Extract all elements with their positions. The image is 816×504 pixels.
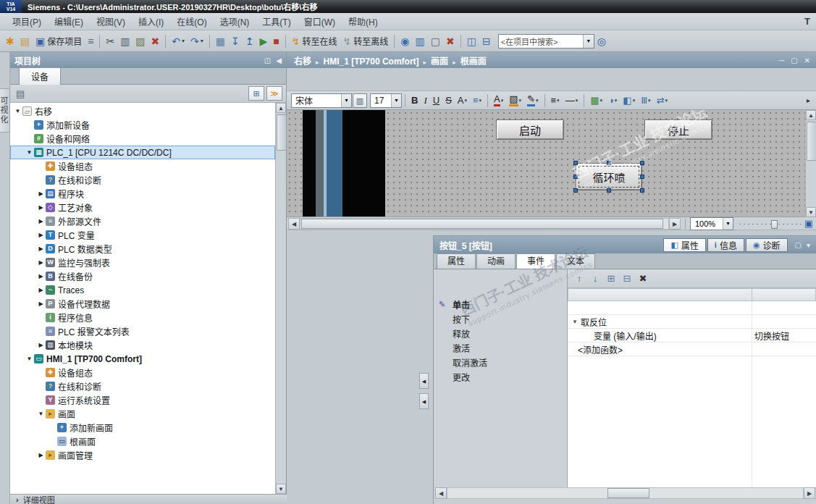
selection-handle[interactable] xyxy=(607,188,611,193)
menu-item-1[interactable]: 编辑(E) xyxy=(48,15,90,30)
scroll-down-button[interactable]: ▼ xyxy=(806,207,816,217)
tree-expander-icon[interactable]: ▶ xyxy=(36,204,46,211)
project-tree-scrollbar[interactable]: ▲ ▼ xyxy=(275,103,286,494)
tree-expander-icon[interactable]: ▶ xyxy=(36,245,46,252)
function-row[interactable]: ▼ 取反位 xyxy=(568,315,816,329)
scroll-left-button[interactable]: ◀ xyxy=(288,218,300,230)
tree-item-plc-alarm-text-lists[interactable]: ≡PLC 报警文本列表 xyxy=(10,324,275,338)
tree-item-plc-online-diagnostics[interactable]: ?在线和诊断 xyxy=(10,173,275,187)
subtab-texts[interactable]: 文本 xyxy=(556,253,595,269)
menu-item-5[interactable]: 选项(N) xyxy=(214,15,256,30)
download-to-device-icon[interactable]: ↧ xyxy=(229,33,242,49)
event-item-change[interactable]: 更改 xyxy=(434,369,567,384)
tree-item-root-screen[interactable]: ▭根画面 xyxy=(10,434,275,448)
param-value[interactable]: 切换按钮 xyxy=(754,329,789,342)
align-icon[interactable]: ≡▾ xyxy=(471,93,484,109)
tree-item-watch-and-force-tables[interactable]: ▶W监控与强制表 xyxy=(10,256,275,269)
move-down-icon[interactable]: ↓ xyxy=(588,272,602,286)
tree-expander-icon[interactable]: ▼ xyxy=(13,108,22,114)
splitter-collapse-button[interactable]: ◀ xyxy=(419,373,429,389)
restore-window-icon[interactable]: ▢ xyxy=(791,56,797,64)
breadcrumb-item-2[interactable]: 画面 xyxy=(429,56,450,67)
delete-function-icon[interactable]: ✖ xyxy=(636,272,650,286)
selection-handle[interactable] xyxy=(640,188,644,193)
font-color-icon[interactable]: A▾ xyxy=(492,93,505,109)
horizontal-scrollbar-track[interactable] xyxy=(300,218,669,230)
scroll-up-button[interactable]: ▲ xyxy=(806,110,816,120)
tree-item-hmi-device-configuration[interactable]: ✚设备组态 xyxy=(10,366,275,379)
search-dropdown-icon[interactable]: ▾ xyxy=(583,35,594,48)
go-online-button[interactable]: ↯转至在线 xyxy=(290,33,340,49)
tree-item-plc-tags[interactable]: ▶TPLC 变量 xyxy=(10,228,275,242)
font-list-icon[interactable]: ▥ xyxy=(353,93,367,108)
border-color-icon[interactable]: ✎▾ xyxy=(525,93,540,109)
screen-canvas[interactable]: 西门子·工业 技术论坛 support.industry.siemens.com… xyxy=(287,110,805,217)
tree-item-program-info[interactable]: i程序信息 xyxy=(10,311,275,324)
tree-item-plc-1[interactable]: ▼▦PLC_1 [CPU 1214C DC/DC/DC] xyxy=(10,146,275,159)
menu-item-3[interactable]: 插入(I) xyxy=(132,15,170,30)
chevron-down-icon[interactable]: ▾ xyxy=(391,94,401,107)
save-project-button[interactable]: ▣保存项目 xyxy=(33,33,84,49)
tab-info[interactable]: i信息 xyxy=(707,238,744,252)
start-cpu-icon[interactable]: ▶ xyxy=(258,33,270,49)
go-offline-button[interactable]: ↯转至离线 xyxy=(341,33,391,49)
tree-item-device-proxy-data[interactable]: ▶P设备代理数据 xyxy=(10,297,275,311)
scroll-left-button[interactable]: ◀ xyxy=(435,487,447,499)
expand-table-icon[interactable]: ⊞ xyxy=(604,272,618,286)
tree-item-add-new-screen[interactable]: +添加新画面 xyxy=(10,421,275,434)
tree-item-screens[interactable]: ▼▸画面 xyxy=(10,407,275,421)
tree-expander-icon[interactable]: ▶ xyxy=(36,452,46,458)
subtab-properties[interactable]: 属性 xyxy=(437,253,476,269)
collapse-table-icon[interactable]: ⊟ xyxy=(620,272,634,286)
selection-handle[interactable] xyxy=(640,161,644,165)
chevron-down-icon[interactable]: ▾ xyxy=(341,94,351,107)
bold-icon[interactable]: B xyxy=(409,93,420,109)
tree-item-online-backups[interactable]: ▶B在线备份 xyxy=(10,269,275,283)
collapse-panel-icon[interactable]: ◀ xyxy=(276,56,282,64)
tree-item-runtime-settings[interactable]: Y运行系统设置 xyxy=(10,393,275,407)
filter-icon[interactable]: ▤ xyxy=(16,88,25,99)
font-size-icon[interactable]: A▾ xyxy=(455,93,469,109)
event-item-activate[interactable]: 激活 xyxy=(434,340,567,355)
scrollbar-thumb[interactable] xyxy=(301,219,663,229)
background-color-icon[interactable]: ▧▾ xyxy=(507,93,523,109)
tree-expander-icon[interactable]: ▼ xyxy=(25,356,34,362)
scroll-right-button[interactable]: ▶ xyxy=(669,218,681,230)
copy-icon[interactable]: ▥ xyxy=(118,33,132,49)
line-style-icon[interactable]: —▾ xyxy=(563,93,581,109)
close-window-icon[interactable]: ✕ xyxy=(804,56,810,64)
devices-tab[interactable]: 设备 xyxy=(19,67,61,85)
visualization-side-tab[interactable]: 可视化 xyxy=(0,88,10,133)
online-diagnostics-icon[interactable]: ◉ xyxy=(398,33,411,49)
tree-item-traces[interactable]: ▶~Traces xyxy=(10,283,275,297)
print-icon[interactable]: ≡ xyxy=(85,33,96,49)
font-family-select[interactable]: 宋体 ▾ xyxy=(291,93,352,108)
function-param-row[interactable]: 变量 (输入/输出) 切换按钮 xyxy=(568,329,816,343)
tree-item-root-project[interactable]: ▼▱右移 xyxy=(10,104,275,118)
expand-function-icon[interactable]: ▼ xyxy=(571,319,579,325)
menu-item-2[interactable]: 视图(V) xyxy=(90,15,132,30)
search-icon[interactable]: ◎ xyxy=(595,33,608,49)
fill-pattern-icon[interactable]: ▦▾ xyxy=(588,93,605,109)
italic-icon[interactable]: I xyxy=(421,93,429,109)
scroll-up-button[interactable]: ▲ xyxy=(276,103,286,113)
tree-expander-icon[interactable]: ▶ xyxy=(36,342,46,348)
open-project-icon[interactable]: ▤ xyxy=(18,33,32,49)
layer-icon[interactable]: Ⅲ▾ xyxy=(639,93,652,109)
stop-button[interactable]: 停止 xyxy=(644,119,712,140)
subtab-events[interactable]: 事件 xyxy=(516,253,555,269)
zoom-select[interactable]: 100% ▾ xyxy=(690,217,733,230)
event-item-release[interactable]: 释放 xyxy=(434,326,567,340)
flip-icon[interactable]: ◧▾ xyxy=(621,93,637,109)
tree-item-local-modules[interactable]: ▶▥本地模块 xyxy=(10,338,275,352)
paste-icon[interactable]: ▨ xyxy=(133,33,147,49)
event-item-deactivate[interactable]: 取消激活 xyxy=(434,355,567,369)
receive-alarms-icon[interactable]: ▢ xyxy=(429,33,442,49)
list-view-icon[interactable]: ⊞ xyxy=(248,86,264,101)
selection-handle[interactable] xyxy=(607,161,611,165)
tree-item-devices-and-networks[interactable]: #设备和网络 xyxy=(10,132,275,146)
accessible-devices-icon[interactable]: ▥ xyxy=(413,33,427,49)
corner-radius-icon[interactable]: ◑▾ xyxy=(606,93,619,109)
add-function-row[interactable]: <添加函数> xyxy=(568,343,816,356)
fit-to-screen-icon[interactable]: ▣ xyxy=(804,218,813,229)
